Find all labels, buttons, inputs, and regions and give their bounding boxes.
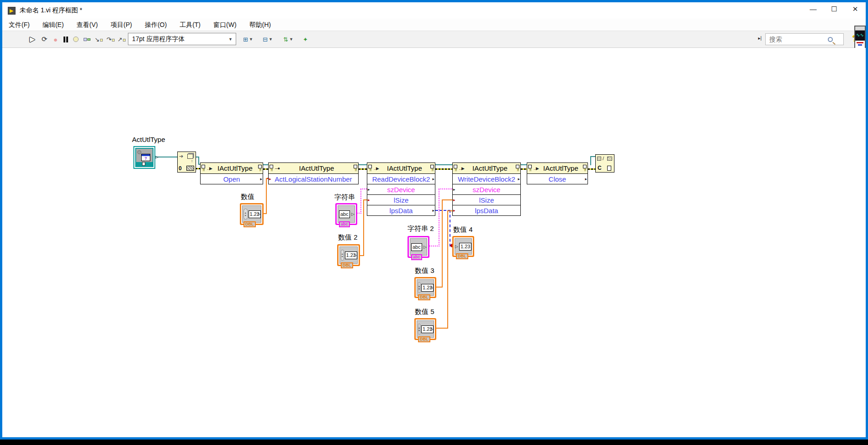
wire-refnum[interactable] bbox=[590, 156, 591, 165]
font-selector[interactable]: 17pt 应用程序字体 ▼ bbox=[128, 33, 236, 45]
close-reference-node[interactable]: / C bbox=[595, 154, 614, 173]
automation-open-node[interactable]: ➔ 0 ↑ bbox=[177, 152, 196, 173]
search-icon[interactable] bbox=[828, 37, 833, 42]
refnum-terminal-icon: ?! bbox=[429, 163, 435, 173]
numeric-control-terminal[interactable]: ▴▾ 1.23 ▷ DBL bbox=[240, 203, 264, 225]
wire-string[interactable] bbox=[429, 246, 439, 246]
param-row-lsize[interactable]: lSize ▸ bbox=[367, 194, 435, 205]
invoke-node-close[interactable]: ?! ‥▶ IActUtlType ?! Close ▸ bbox=[527, 162, 588, 184]
param-row-lsize[interactable]: lSize ▸ bbox=[453, 194, 520, 205]
pause-button[interactable] bbox=[63, 34, 69, 45]
wire-error[interactable] bbox=[359, 168, 367, 170]
wire-numeric[interactable] bbox=[442, 199, 452, 200]
control-label[interactable]: 数值 5 bbox=[415, 308, 434, 316]
cleanup-diagram-button[interactable]: ✦ bbox=[303, 34, 309, 45]
retain-wire-values-button[interactable] bbox=[84, 34, 90, 45]
input-pin: ▸ bbox=[453, 198, 455, 202]
wire-numeric[interactable] bbox=[447, 210, 452, 211]
wire-error[interactable] bbox=[521, 168, 527, 170]
wire-error[interactable] bbox=[588, 168, 595, 170]
invoke-node-write-device-block[interactable]: ?! ‥▶ IActUtlType ?! WriteDeviceBlock2 ▸… bbox=[452, 162, 521, 216]
method-row[interactable]: Open ▸ bbox=[201, 173, 263, 184]
increment-decrement[interactable]: ▴▾ bbox=[341, 250, 344, 261]
wire-numeric[interactable] bbox=[363, 199, 367, 200]
wire-refnum[interactable] bbox=[359, 164, 367, 165]
property-node-station-number[interactable]: ?! ─● IActUtlType ?! ActLogicalStationNu… bbox=[268, 162, 359, 184]
numeric-control-terminal[interactable]: ▴▾ 1.23 ▷ DBL bbox=[414, 277, 436, 298]
output-pin: ▸ bbox=[518, 177, 520, 181]
abort-button[interactable]: ● bbox=[53, 34, 58, 45]
control-label[interactable]: 数值 3 bbox=[415, 267, 434, 275]
automation-refnum-control[interactable]: ⚙ ? ▷ bbox=[133, 146, 155, 169]
reorder-dropdown[interactable]: ⇅▼ bbox=[283, 34, 293, 45]
numeric-control-terminal[interactable]: ▴▾ 1.23 ▷ DBL bbox=[337, 244, 360, 266]
block-diagram[interactable]: ActUtlType ⚙ ? ▷ ➔ 0 ↑ ?! ‥▶ bbox=[2, 48, 866, 437]
step-out-icon: ↗ bbox=[117, 36, 122, 43]
node-class-name: IActUtlType bbox=[380, 164, 429, 172]
invoke-node-read-device-block[interactable]: ?! ‥▶ IActUtlType ?! ReadDeviceBlock2 ▸ … bbox=[367, 162, 435, 216]
run-continuous-button[interactable]: ⟳ bbox=[42, 34, 48, 45]
menu-window[interactable]: 窗口(W) bbox=[207, 19, 243, 31]
menu-view[interactable]: 查看(V) bbox=[70, 19, 105, 31]
abort-icon: ● bbox=[53, 36, 58, 43]
type-tag: abc bbox=[411, 254, 422, 260]
param-row-szdevice[interactable]: szDevice ▸ bbox=[367, 184, 435, 194]
property-row[interactable]: ActLogicalStationNumber ▸ bbox=[269, 173, 358, 184]
wire-numeric[interactable] bbox=[436, 328, 448, 329]
search-box bbox=[765, 33, 844, 45]
control-label[interactable]: 数值 bbox=[241, 193, 254, 201]
wire-string[interactable] bbox=[360, 188, 367, 189]
wire-numeric[interactable] bbox=[266, 178, 267, 214]
wire-refnum[interactable] bbox=[435, 164, 452, 165]
menu-operate[interactable]: 操作(O) bbox=[138, 19, 173, 31]
menu-help[interactable]: 帮助(H) bbox=[243, 19, 277, 31]
refnum-label[interactable]: ActUtlType bbox=[132, 136, 165, 143]
wire-numeric[interactable] bbox=[442, 200, 443, 288]
maximize-button[interactable]: ☐ bbox=[824, 2, 845, 16]
minimize-button[interactable]: — bbox=[803, 2, 824, 16]
menu-file[interactable]: 文件(F) bbox=[2, 19, 36, 31]
increment-decrement[interactable]: ▴▾ bbox=[418, 282, 420, 293]
param-row-lpsdata[interactable]: lpsData ▸ bbox=[367, 205, 435, 215]
param-row-szdevice[interactable]: szDevice ▸ bbox=[453, 184, 520, 194]
string-control-terminal[interactable]: abc ▷ abc bbox=[408, 236, 429, 258]
search-collapse-button[interactable]: ▸| bbox=[758, 36, 762, 41]
menu-project[interactable]: 项目(P) bbox=[104, 19, 138, 31]
distribute-objects-dropdown[interactable]: ⊟▼ bbox=[263, 34, 273, 45]
align-objects-dropdown[interactable]: ⊞▼ bbox=[243, 34, 253, 45]
wire-numeric[interactable] bbox=[363, 200, 364, 256]
invoke-node-open[interactable]: ?! ‥▶ IActUtlType ?! Open ▸ bbox=[200, 162, 263, 184]
increment-decrement[interactable]: ▴▾ bbox=[418, 324, 420, 335]
menu-tools[interactable]: 工具(T) bbox=[173, 19, 207, 31]
control-label[interactable]: 字符串 bbox=[334, 193, 355, 202]
method-row[interactable]: Close ▸ bbox=[527, 173, 587, 184]
numeric-indicator-terminal[interactable]: ▷ 1.23 DBL bbox=[452, 236, 474, 257]
wire-refnum[interactable] bbox=[155, 157, 178, 157]
step-over-button[interactable]: ↷ bbox=[106, 34, 115, 45]
wire-refnum[interactable] bbox=[590, 156, 595, 157]
wire-string[interactable] bbox=[439, 188, 452, 189]
wire-error[interactable] bbox=[435, 168, 452, 170]
close-button[interactable]: ✕ bbox=[845, 2, 866, 16]
numeric-control-terminal[interactable]: ▴▾ 1.23 ▷ DBL bbox=[414, 318, 436, 340]
control-label[interactable]: 数值 2 bbox=[338, 233, 358, 242]
method-row[interactable]: WriteDeviceBlock2 ▸ bbox=[453, 173, 520, 184]
control-label[interactable]: 字符串 2 bbox=[408, 225, 434, 233]
wire-string[interactable] bbox=[360, 189, 361, 214]
step-into-button[interactable]: ↘ bbox=[95, 34, 103, 45]
wire-numeric[interactable] bbox=[447, 211, 448, 329]
param-row-lpsdata[interactable]: lpsData ▸ bbox=[453, 205, 520, 215]
search-input[interactable] bbox=[766, 36, 825, 43]
wire-refnum[interactable] bbox=[521, 164, 527, 165]
run-button[interactable]: ▶ bbox=[30, 34, 35, 45]
indicator-label[interactable]: 数值 4 bbox=[453, 225, 473, 234]
method-row[interactable]: ReadDeviceBlock2 ▸ bbox=[367, 173, 435, 184]
highlight-execution-button[interactable] bbox=[73, 34, 79, 45]
step-out-button[interactable]: ↗ bbox=[117, 34, 126, 45]
wire-lpsdata[interactable] bbox=[450, 210, 450, 246]
increment-decrement[interactable]: ▴▾ bbox=[243, 209, 248, 220]
string-control-terminal[interactable]: abc ▷ abc bbox=[335, 203, 357, 225]
menu-edit[interactable]: 编辑(E) bbox=[36, 19, 70, 31]
wire-string[interactable] bbox=[439, 189, 439, 246]
vi-icon-panel[interactable]: ∿∿ bbox=[854, 26, 866, 49]
